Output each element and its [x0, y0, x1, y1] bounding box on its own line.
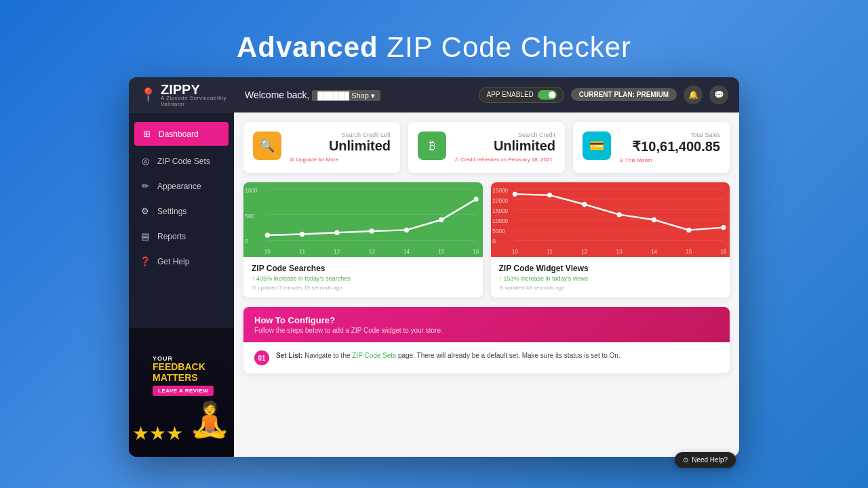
feedback-matters: MATTERS — [153, 373, 214, 383]
configure-header: How To Configure? Follow the steps below… — [243, 307, 730, 342]
welcome-text: Welcome back, ██████ Shop ▾ — [245, 89, 479, 100]
svg-point-16 — [370, 228, 374, 233]
app-enabled-toggle[interactable]: APP ENABLED — [479, 87, 564, 103]
svg-text:12: 12 — [334, 248, 340, 255]
stat-sub-0: ⊘ Upgrade for More — [290, 157, 391, 163]
main-layout: ⊞Dashboard◎ZIP Code Sets✏Appearance⚙Sett… — [129, 113, 739, 457]
svg-point-43 — [651, 218, 656, 222]
logo-sub: A Zipcode Serviceability Validator — [161, 95, 245, 107]
svg-text:0: 0 — [492, 238, 496, 245]
stat-info-0: Search Credit Left Unlimited ⊘ Upgrade f… — [290, 131, 391, 163]
svg-text:11: 11 — [299, 248, 305, 255]
stat-value-0: Unlimited — [290, 138, 391, 154]
chart-card-1: 2500020000150001000050000 10111213141516… — [491, 182, 730, 298]
config-step-1: 01 Set List: Navigate to the ZIP Code Se… — [254, 350, 719, 365]
stat-card-1: ₿ Search Credit Unlimited ⚠ Credit refre… — [408, 122, 565, 173]
svg-text:13: 13 — [369, 248, 375, 255]
stat-value-1: Unlimited — [454, 138, 555, 154]
stat-sub-2: ⊙ This Month — [619, 157, 720, 163]
configure-subtitle: Follow the steps below to add a ZIP Code… — [254, 327, 719, 334]
sidebar-item-reports[interactable]: ▤Reports — [129, 224, 234, 249]
app-window: 📍 ZIPPY A Zipcode Serviceability Validat… — [129, 77, 739, 457]
chart-info-0: ZIP Code Searches ↑ 435% increase in tod… — [243, 257, 483, 298]
logo: 📍 ZIPPY A Zipcode Serviceability Validat… — [140, 82, 245, 107]
chart-info-1: ZIP Code Widget Views ↑ 153% increase in… — [491, 257, 730, 298]
page-title: Advanced ZIP Code Checker — [237, 31, 631, 64]
stat-icon-0: 🔍 — [253, 131, 281, 160]
stat-sub-1: ⚠ Credit refreshes on February 18, 2021 — [454, 157, 555, 163]
header: 📍 ZIPPY A Zipcode Serviceability Validat… — [129, 77, 739, 113]
step-1-number: 01 — [254, 350, 269, 365]
chart-title-0: ZIP Code Searches — [252, 264, 475, 273]
svg-text:0: 0 — [245, 238, 248, 245]
stat-card-2: 💳 Total Sales ₹10,61,400.85 ⊙ This Month — [573, 122, 730, 173]
chart-stat-1: ↑ 153% increase in today's views — [499, 275, 722, 282]
nav-icon: ▤ — [140, 231, 151, 241]
chart-svg-1: 2500020000150001000050000 10111213141516 — [491, 182, 730, 257]
logo-icon: 📍 — [140, 87, 157, 103]
svg-text:25000: 25000 — [492, 187, 508, 194]
leave-review-button[interactable]: LEAVE A REVIEW — [153, 386, 214, 396]
chart-stat-0: ↑ 435% increase in today's searches — [252, 275, 475, 282]
svg-text:10000: 10000 — [492, 218, 508, 224]
toggle-switch[interactable] — [538, 90, 557, 100]
svg-point-18 — [439, 218, 443, 222]
sidebar-item-zip-code-sets[interactable]: ◎ZIP Code Sets — [129, 148, 234, 174]
stat-icon-2: 💳 — [583, 131, 611, 160]
svg-text:13: 13 — [616, 248, 622, 255]
nav-icon: ❓ — [140, 256, 151, 266]
svg-text:15: 15 — [438, 248, 444, 255]
svg-text:14: 14 — [403, 248, 410, 255]
configure-card: How To Configure? Follow the steps below… — [243, 307, 730, 373]
svg-text:10: 10 — [264, 248, 271, 255]
svg-point-44 — [686, 228, 691, 232]
svg-point-40 — [547, 192, 552, 197]
sidebar-item-get-help[interactable]: ❓Get Help — [129, 249, 234, 274]
sidebar-item-appearance[interactable]: ✏Appearance — [129, 174, 234, 199]
chart-update-1: ⊙ updated 46 seconds ago — [499, 285, 722, 291]
message-icon[interactable]: 💬 — [709, 85, 728, 104]
chart-card-0: 10005000 10111213141516 ZIP Code Searche… — [243, 182, 483, 298]
feedback-figure: 🧘 — [189, 403, 231, 436]
sidebar-item-settings[interactable]: ⚙Settings — [129, 199, 234, 224]
svg-point-14 — [300, 232, 304, 237]
configure-body: 01 Set List: Navigate to the ZIP Code Se… — [243, 342, 730, 373]
nav-icon: ⊞ — [141, 129, 152, 139]
chart-update-0: ⊙ updated 7 minutes 15 seconds ago — [252, 285, 475, 291]
svg-point-15 — [334, 230, 339, 235]
configure-title: How To Configure? — [254, 315, 719, 325]
sidebar-item-dashboard[interactable]: ⊞Dashboard — [134, 122, 229, 146]
svg-point-19 — [474, 197, 479, 201]
svg-point-45 — [721, 225, 726, 230]
chart-svg-0: 10005000 10111213141516 — [243, 182, 483, 257]
chart-area-0: 10005000 10111213141516 — [243, 182, 483, 257]
nav-icon: ⚙ — [140, 206, 151, 216]
svg-point-39 — [512, 192, 517, 197]
stars-decoration: ★★★ — [132, 424, 183, 443]
step-1-text: Set List: Navigate to the ZIP Code Sets … — [276, 350, 620, 361]
stat-label-1: Search Credit — [454, 131, 555, 138]
stat-card-0: 🔍 Search Credit Left Unlimited ⊘ Upgrade… — [243, 122, 400, 173]
feedback-feedback: FEEDBACK — [153, 362, 214, 372]
svg-point-17 — [404, 228, 409, 232]
zip-code-sets-link[interactable]: ZIP Code Sets — [352, 352, 396, 359]
chart-title-1: ZIP Code Widget Views — [499, 264, 722, 273]
svg-text:10: 10 — [511, 248, 517, 255]
sidebar: ⊞Dashboard◎ZIP Code Sets✏Appearance⚙Sett… — [129, 113, 234, 457]
notification-icon[interactable]: 🔔 — [684, 85, 703, 104]
need-help-button[interactable]: ⊙ Need Help? — [675, 452, 736, 468]
nav-icon: ✏ — [140, 181, 151, 191]
svg-point-42 — [616, 212, 621, 217]
stat-label-2: Total Sales — [619, 131, 720, 138]
plan-button[interactable]: CURRENT PLAN: PREMIUM — [571, 88, 677, 101]
svg-text:14: 14 — [650, 248, 656, 255]
header-right: APP ENABLED CURRENT PLAN: PREMIUM 🔔 💬 — [479, 85, 728, 104]
question-icon: ⊙ — [683, 456, 688, 464]
app-enabled-label: APP ENABLED — [486, 91, 533, 98]
svg-text:5000: 5000 — [492, 228, 505, 235]
svg-text:15000: 15000 — [492, 207, 508, 214]
svg-text:16: 16 — [720, 248, 726, 255]
feedback-banner: ★★★ YOUR FEEDBACK MATTERS LEAVE A REVIEW… — [129, 328, 234, 457]
svg-text:16: 16 — [473, 248, 479, 255]
svg-text:12: 12 — [581, 248, 587, 255]
